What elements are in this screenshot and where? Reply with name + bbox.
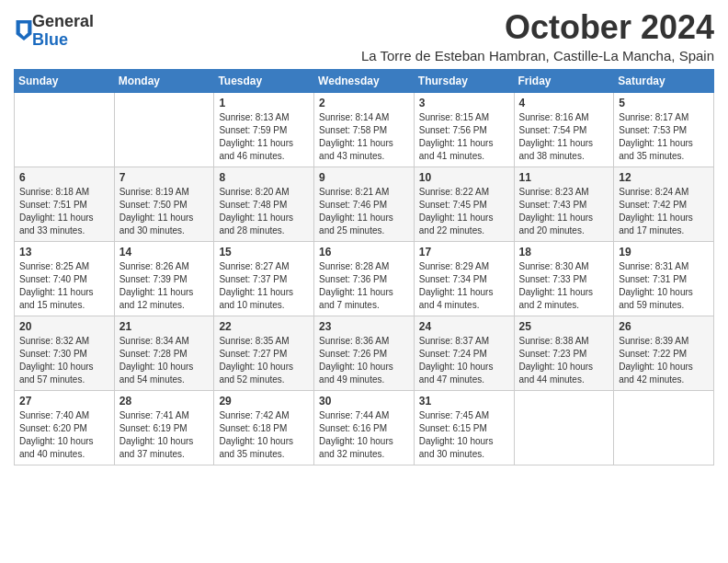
day-cell [614,390,714,465]
day-info: Sunrise: 8:16 AM Sunset: 7:54 PM Dayligh… [519,111,609,163]
day-info: Sunrise: 8:34 AM Sunset: 7:28 PM Dayligh… [119,335,210,386]
logo-blue-text: Blue [32,31,94,50]
day-info: Sunrise: 8:21 AM Sunset: 7:46 PM Dayligh… [319,186,409,237]
day-cell: 28Sunrise: 7:41 AM Sunset: 6:19 PM Dayli… [114,390,214,465]
day-info: Sunrise: 8:37 AM Sunset: 7:24 PM Dayligh… [419,335,509,386]
day-info: Sunrise: 8:35 AM Sunset: 7:27 PM Dayligh… [219,335,309,386]
day-cell: 12Sunrise: 8:24 AM Sunset: 7:42 PM Dayli… [614,167,714,241]
day-info: Sunrise: 8:25 AM Sunset: 7:40 PM Dayligh… [19,260,109,312]
day-number: 6 [19,171,109,184]
day-number: 22 [219,320,309,333]
day-info: Sunrise: 8:26 AM Sunset: 7:39 PM Dayligh… [119,260,210,312]
day-number: 31 [419,395,509,408]
day-info: Sunrise: 8:27 AM Sunset: 7:37 PM Dayligh… [219,260,309,312]
day-number: 11 [519,171,609,184]
day-cell: 6Sunrise: 8:18 AM Sunset: 7:51 PM Daylig… [15,167,115,241]
day-number: 29 [219,395,309,408]
day-number: 26 [619,320,709,333]
day-info: Sunrise: 8:14 AM Sunset: 7:58 PM Dayligh… [319,111,409,163]
day-cell: 11Sunrise: 8:23 AM Sunset: 7:43 PM Dayli… [514,167,614,241]
day-info: Sunrise: 8:22 AM Sunset: 7:45 PM Dayligh… [419,186,509,237]
day-cell: 8Sunrise: 8:20 AM Sunset: 7:48 PM Daylig… [214,167,314,241]
day-cell: 17Sunrise: 8:29 AM Sunset: 7:34 PM Dayli… [414,241,514,316]
day-number: 3 [419,97,509,109]
day-cell: 16Sunrise: 8:28 AM Sunset: 7:36 PM Dayli… [314,241,415,316]
day-cell: 29Sunrise: 7:42 AM Sunset: 6:18 PM Dayli… [214,390,314,465]
day-info: Sunrise: 7:44 AM Sunset: 6:16 PM Dayligh… [319,409,409,461]
calendar-table: SundayMondayTuesdayWednesdayThursdayFrid… [14,69,714,465]
day-info: Sunrise: 7:42 AM Sunset: 6:18 PM Dayligh… [219,409,309,461]
day-info: Sunrise: 8:28 AM Sunset: 7:36 PM Dayligh… [319,260,409,312]
day-header-saturday: Saturday [614,69,714,92]
day-cell: 24Sunrise: 8:37 AM Sunset: 7:24 PM Dayli… [414,316,514,390]
day-info: Sunrise: 8:20 AM Sunset: 7:48 PM Dayligh… [219,186,309,237]
day-cell: 3Sunrise: 8:15 AM Sunset: 7:56 PM Daylig… [414,92,514,167]
day-info: Sunrise: 8:32 AM Sunset: 7:30 PM Dayligh… [19,335,109,386]
week-row-3: 13Sunrise: 8:25 AM Sunset: 7:40 PM Dayli… [15,241,714,316]
day-number: 24 [419,320,509,333]
day-cell [514,390,614,465]
day-cell: 30Sunrise: 7:44 AM Sunset: 6:16 PM Dayli… [314,390,415,465]
day-number: 17 [419,246,509,259]
logo-icon [16,20,32,40]
day-header-monday: Monday [114,69,214,92]
day-cell: 31Sunrise: 7:45 AM Sunset: 6:15 PM Dayli… [414,390,514,465]
day-cell: 18Sunrise: 8:30 AM Sunset: 7:33 PM Dayli… [514,241,614,316]
day-cell: 22Sunrise: 8:35 AM Sunset: 7:27 PM Dayli… [214,316,314,390]
day-number: 12 [619,171,709,184]
week-row-4: 20Sunrise: 8:32 AM Sunset: 7:30 PM Dayli… [15,316,714,390]
day-cell: 27Sunrise: 7:40 AM Sunset: 6:20 PM Dayli… [15,390,115,465]
day-number: 21 [119,320,210,333]
day-number: 2 [319,97,409,109]
day-cell: 14Sunrise: 8:26 AM Sunset: 7:39 PM Dayli… [114,241,214,316]
day-number: 16 [319,246,409,259]
day-number: 27 [19,395,109,408]
day-info: Sunrise: 7:45 AM Sunset: 6:15 PM Dayligh… [419,409,509,461]
day-info: Sunrise: 8:19 AM Sunset: 7:50 PM Dayligh… [119,186,210,237]
day-number: 18 [519,246,609,259]
day-info: Sunrise: 8:13 AM Sunset: 7:59 PM Dayligh… [219,111,309,163]
day-cell: 23Sunrise: 8:36 AM Sunset: 7:26 PM Dayli… [314,316,415,390]
day-number: 1 [219,97,309,109]
day-header-friday: Friday [514,69,614,92]
day-cell: 10Sunrise: 8:22 AM Sunset: 7:45 PM Dayli… [414,167,514,241]
day-info: Sunrise: 8:38 AM Sunset: 7:23 PM Dayligh… [519,335,609,386]
day-header-tuesday: Tuesday [214,69,314,92]
day-number: 23 [319,320,409,333]
day-number: 8 [219,171,309,184]
day-cell [114,92,214,167]
day-header-sunday: Sunday [15,69,115,92]
day-cell: 9Sunrise: 8:21 AM Sunset: 7:46 PM Daylig… [314,167,415,241]
day-info: Sunrise: 8:39 AM Sunset: 7:22 PM Dayligh… [619,335,709,386]
day-info: Sunrise: 8:31 AM Sunset: 7:31 PM Dayligh… [619,260,709,312]
day-cell: 4Sunrise: 8:16 AM Sunset: 7:54 PM Daylig… [514,92,614,167]
day-number: 30 [319,395,409,408]
day-cell: 20Sunrise: 8:32 AM Sunset: 7:30 PM Dayli… [15,316,115,390]
day-number: 7 [119,171,210,184]
day-header-thursday: Thursday [414,69,514,92]
day-info: Sunrise: 8:36 AM Sunset: 7:26 PM Dayligh… [319,335,409,386]
day-info: Sunrise: 7:41 AM Sunset: 6:19 PM Dayligh… [119,409,210,461]
day-info: Sunrise: 8:29 AM Sunset: 7:34 PM Dayligh… [419,260,509,312]
day-info: Sunrise: 8:18 AM Sunset: 7:51 PM Dayligh… [19,186,109,237]
day-cell: 25Sunrise: 8:38 AM Sunset: 7:23 PM Dayli… [514,316,614,390]
day-number: 4 [519,97,609,109]
day-cell [15,92,115,167]
logo-text: General Blue [32,13,94,50]
day-info: Sunrise: 8:23 AM Sunset: 7:43 PM Dayligh… [519,186,609,237]
day-info: Sunrise: 7:40 AM Sunset: 6:20 PM Dayligh… [19,409,109,461]
month-title: October 2024 [361,9,714,46]
calendar-page: General Blue October 2024 La Torre de Es… [0,0,728,475]
day-number: 28 [119,395,210,408]
day-number: 10 [419,171,509,184]
day-info: Sunrise: 8:15 AM Sunset: 7:56 PM Dayligh… [419,111,509,163]
title-block: October 2024 La Torre de Esteban Hambran… [361,9,714,63]
header: General Blue October 2024 La Torre de Es… [14,9,714,63]
day-cell: 19Sunrise: 8:31 AM Sunset: 7:31 PM Dayli… [614,241,714,316]
logo: General Blue [14,13,94,50]
day-number: 20 [19,320,109,333]
calendar-header-row: SundayMondayTuesdayWednesdayThursdayFrid… [15,69,714,92]
day-number: 5 [619,97,709,109]
day-cell: 5Sunrise: 8:17 AM Sunset: 7:53 PM Daylig… [614,92,714,167]
day-number: 19 [619,246,709,259]
